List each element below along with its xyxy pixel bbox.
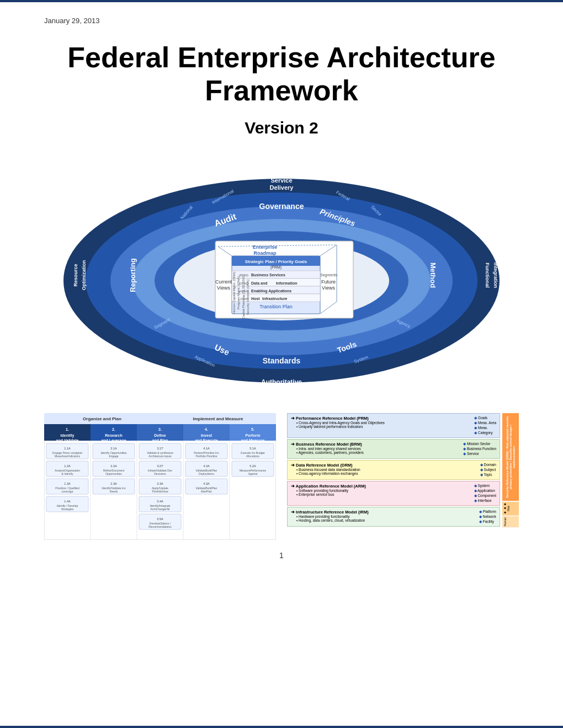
svg-text:PortfolioView: PortfolioView xyxy=(152,490,168,493)
svg-text:Business Services: Business Services xyxy=(251,273,285,277)
svg-text:Decisions: Decisions xyxy=(154,472,166,475)
svg-text:Data and: Data and xyxy=(251,281,268,285)
svg-text:MeasArea/Indicators: MeasArea/Indicators xyxy=(55,454,80,458)
svg-text:Current: Current xyxy=(215,279,232,285)
svg-text:Views: Views xyxy=(217,285,230,291)
svg-text:AlterPlan: AlterPlan xyxy=(201,490,213,493)
svg-text:Strategic Plan / Priority Goal: Strategic Plan / Priority Goals xyxy=(245,259,307,264)
svg-text:Authoritative: Authoritative xyxy=(261,378,302,386)
svg-text:5.2A: 5.2A xyxy=(249,464,256,468)
srm-sidebar: Security Reference Model (SRM) • Risk-ad… xyxy=(502,413,519,528)
drm-model: ➔ Data Reference Model (DRM) • Business-… xyxy=(287,460,500,480)
svg-text:Service: Service xyxy=(270,177,292,184)
svg-text:2.3A: 2.3A xyxy=(110,482,117,485)
top-border xyxy=(0,0,563,2)
svg-text:Optimization: Optimization xyxy=(81,260,87,290)
prm-model: ➔ Performance Reference Model (PRM) • Cr… xyxy=(287,413,500,438)
svg-text:3.: 3. xyxy=(158,427,162,431)
svg-text:Engage: Engage xyxy=(109,454,118,458)
date-label: January 29, 2013 xyxy=(44,17,519,25)
svg-text:Segments: Segments xyxy=(320,273,338,277)
bottom-diagrams: Organize and Plan Implement and Measure … xyxy=(44,413,519,540)
svg-text:Integration: Integration xyxy=(493,262,498,288)
svg-text:2.2A: 2.2A xyxy=(110,464,117,468)
svg-text:Infrastructure: Infrastructure xyxy=(262,297,288,301)
main-title: Federal Enterprise Architecture Framewor… xyxy=(44,41,519,108)
svg-text:Enabling Applications: Enabling Applications xyxy=(251,289,291,293)
bottom-border xyxy=(0,726,563,728)
risk-label: ◆ ◆ ◆Risk xyxy=(502,502,519,516)
svg-text:4.2A: 4.2A xyxy=(203,464,210,468)
svg-text:1.1A: 1.1A xyxy=(64,447,71,450)
svg-text:Implement and Measure: Implement and Measure xyxy=(193,416,243,421)
page: January 29, 2013 Federal Enterprise Arch… xyxy=(0,0,563,728)
svg-text:and Leverage: and Leverage xyxy=(101,438,126,443)
svg-text:Organize and Plan: Organize and Plan xyxy=(83,416,121,421)
svg-text:4.3A: 4.3A xyxy=(203,482,210,485)
svg-text:Recommendations: Recommendations xyxy=(148,525,172,528)
svg-text:2.: 2. xyxy=(112,427,115,431)
svg-text:4.: 4. xyxy=(205,427,208,431)
svg-text:Roadmap: Roadmap xyxy=(253,250,277,256)
svg-text:Resource: Resource xyxy=(73,264,78,286)
svg-text:Information: Information xyxy=(276,281,298,285)
svg-text:1.4A: 1.4A xyxy=(64,500,71,503)
svg-text:and Execute: and Execute xyxy=(195,438,217,442)
svg-text:Enterprise: Enterprise xyxy=(253,244,278,250)
svg-text:4.1A: 4.1A xyxy=(203,447,210,450)
svg-text:Reference: Reference xyxy=(265,386,298,394)
svg-text:Capital Planning (SLSE,SSO): Capital Planning (SLSE,SSO) xyxy=(242,275,245,319)
svg-text:Host: Host xyxy=(251,297,260,301)
svg-text:3.5A: 3.5A xyxy=(157,517,163,521)
svg-text:5.1A: 5.1A xyxy=(249,447,256,450)
svg-text:Identify: Identify xyxy=(61,433,75,438)
svg-text:Program Mgmt. (ONA): Program Mgmt. (ONA) xyxy=(237,276,240,309)
irm-model: ➔ Infrastructure Reference Model (IRM) •… xyxy=(287,507,500,527)
svg-text:2.1A: 2.1A xyxy=(110,447,117,450)
svg-text:Views: Views xyxy=(322,285,335,291)
svg-text:3.1T: 3.1T xyxy=(157,447,163,450)
svg-text:Architecture inputs: Architecture inputs xyxy=(148,454,172,458)
svg-text:Reporting: Reporting xyxy=(129,258,137,292)
svg-text:1.2A: 1.2A xyxy=(64,464,71,468)
svg-text:Governance: Governance xyxy=(259,202,304,211)
svg-text:Allocations: Allocations xyxy=(246,454,260,458)
svg-text:Method: Method xyxy=(429,262,437,287)
process-flow-diagram: Organize and Plan Implement and Measure … xyxy=(44,413,276,540)
svg-text:ArchChange/Alt: ArchChange/Alt xyxy=(150,507,170,511)
svg-text:Human Capital Mgmt. (ONA): Human Capital Mgmt. (ONA) xyxy=(232,271,236,314)
svg-text:Perform: Perform xyxy=(246,433,261,437)
svg-text:and Measure: and Measure xyxy=(241,438,265,442)
svg-text:Portfolio Prioritize: Portfolio Prioritize xyxy=(195,454,217,458)
prm-title: ➔ Performance Reference Model (PRM) xyxy=(291,416,471,421)
svg-text:and Validate: and Validate xyxy=(56,438,79,442)
svg-text:(PRM): (PRM) xyxy=(270,265,282,270)
subtitle: Version 2 xyxy=(44,119,519,137)
svg-text:3.2T: 3.2T xyxy=(157,464,163,468)
svg-text:Functional: Functional xyxy=(485,263,490,288)
svg-text:5.: 5. xyxy=(251,427,254,431)
svg-text:Needs: Needs xyxy=(110,490,118,493)
human-label: Human xyxy=(502,516,519,527)
svg-text:and Plan: and Plan xyxy=(152,438,168,442)
svg-text:Against: Against xyxy=(248,472,258,475)
svg-text:& Identify: & Identify xyxy=(62,472,73,475)
svg-text:Security Controls (ONA): Security Controls (ONA) xyxy=(246,279,249,314)
svg-text:Delivery: Delivery xyxy=(270,184,294,191)
svg-text:1.: 1. xyxy=(66,427,69,431)
svg-text:Research: Research xyxy=(105,433,123,437)
svg-text:DeployItems: DeployItems xyxy=(199,472,214,475)
models-list: ➔ Performance Reference Model (PRM) • Cr… xyxy=(287,413,500,528)
page-number: 1 xyxy=(44,551,519,560)
svg-text:Leverage: Leverage xyxy=(62,490,73,493)
srm-label: Security Reference Model (SRM) • Risk-ad… xyxy=(502,413,519,501)
architecture-diagram: Service Delivery Governance Audit Princi… xyxy=(44,165,519,397)
svg-text:Transition Plan: Transition Plan xyxy=(259,304,293,309)
main-diagram-svg: Service Delivery Governance Audit Princi… xyxy=(55,165,508,397)
svg-text:Strategies: Strategies xyxy=(61,507,74,511)
svg-text:3.3A: 3.3A xyxy=(157,482,163,485)
svg-text:Standards: Standards xyxy=(263,356,301,365)
svg-text:Define: Define xyxy=(154,433,166,437)
svg-text:Opportunities: Opportunities xyxy=(105,472,122,475)
reference-models-diagram: ➔ Performance Reference Model (PRM) • Cr… xyxy=(287,413,519,540)
